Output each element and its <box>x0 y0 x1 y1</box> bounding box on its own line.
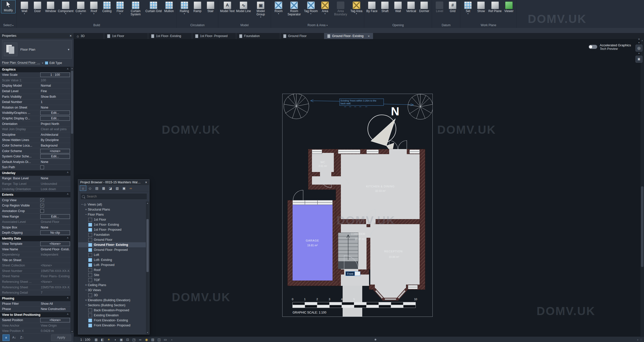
pb-item-foundation[interactable]: Foundation <box>78 232 149 237</box>
prop-edit-button[interactable]: <none> <box>40 149 70 153</box>
section-extents[interactable]: Extents^ <box>0 192 70 197</box>
pb-item-1st-floor[interactable]: 1st Floor <box>78 217 149 222</box>
pb-item-tof[interactable]: TOF <box>78 278 149 283</box>
expander-icon[interactable]: + <box>84 283 88 287</box>
tool-room-separator[interactable]: Room Separator <box>285 0 303 16</box>
tool-dormer[interactable]: Dormer <box>418 0 431 13</box>
scroll-up-icon[interactable]: ▴ <box>70 67 74 70</box>
checkbox[interactable] <box>40 209 44 213</box>
prop-value[interactable]: Ground Floor- Existi... <box>40 248 70 251</box>
floor-plan-view[interactable]: Existing Trees within 3.25m to the back … <box>282 94 433 317</box>
tab-ground-floor-existing[interactable]: Ground Floor- Existing× <box>324 33 373 39</box>
tab-foundation[interactable]: Foundation <box>236 33 280 39</box>
show-analytical-model-icon[interactable]: ◫ <box>157 338 162 341</box>
collapse-icon[interactable]: ^ <box>67 296 68 301</box>
rendering-dialog-icon[interactable]: ▣ <box>119 338 124 341</box>
section-identity-data[interactable]: Identity Data^ <box>0 236 70 241</box>
tool-roof[interactable]: Roof▾ <box>87 0 100 15</box>
groups-icon[interactable]: ▣ <box>121 186 127 191</box>
chevron-up-icon[interactable]: ▴ <box>635 41 643 44</box>
sort-ascending-icon[interactable]: A↓ <box>11 334 17 340</box>
prop-value[interactable]: Show All <box>40 302 70 305</box>
tool-grid[interactable]: #Grid <box>446 0 459 13</box>
tool-area[interactable]: Area▾ <box>318 0 332 15</box>
pb-item-structural-plans[interactable]: +Structural Plans <box>78 207 149 212</box>
tool-model-group[interactable]: ▣Model Group▾ <box>252 0 270 18</box>
prop-edit-button[interactable]: Edit... <box>40 154 70 159</box>
north-arrow[interactable]: N <box>368 105 399 153</box>
pb-item-ground-floor-proposed[interactable]: Ground Floor- Proposed <box>78 247 149 252</box>
pb-item-loft[interactable]: Loft <box>78 252 149 257</box>
resize-grip-icon[interactable]: ∷ <box>640 338 642 341</box>
collapse-icon[interactable]: ^ <box>67 236 68 241</box>
tab-ground-floor[interactable]: Ground Floor <box>280 33 324 39</box>
prop-value[interactable]: Fine <box>40 89 70 93</box>
close-icon[interactable]: × <box>635 37 643 41</box>
tool-wall[interactable]: Wall <box>391 0 405 13</box>
properties-filter-icon[interactable]: ≡ <box>3 334 10 341</box>
tool-model-line[interactable]: ∿Model Line <box>235 0 252 13</box>
prop-value[interactable]: 1 <box>40 100 70 104</box>
chevron-down-icon[interactable]: ∨ <box>42 62 44 64</box>
prop-edit-button[interactable]: Edit... <box>40 214 70 219</box>
tool-show[interactable]: Show <box>474 0 488 13</box>
close-icon[interactable]: × <box>145 180 147 184</box>
tool-set[interactable]: Set▾ <box>461 0 474 15</box>
tool-column[interactable]: Column▾ <box>74 0 87 15</box>
tool-tag-area[interactable]: Tag Area▾ <box>350 0 363 15</box>
tab-3d[interactable]: ⌂3D <box>74 33 104 39</box>
apply-button[interactable]: Apply <box>51 334 71 341</box>
section-phasing[interactable]: Phasing^ <box>0 296 70 301</box>
scroll-down-icon[interactable]: ▾ <box>70 330 74 333</box>
pb-item-ceiling-plans[interactable]: +Ceiling Plans <box>78 283 149 288</box>
front-elevation-tag[interactable]: Front <box>346 271 360 276</box>
tool-stair[interactable]: Stair <box>204 0 217 13</box>
tab-1st-floor-proposed[interactable]: 1st Floor- Proposed <box>192 33 236 39</box>
tool-tag-room[interactable]: Tag Room▾ <box>303 0 318 15</box>
section-view-to-sheet-positioning[interactable]: View to Sheet Positioning^ <box>0 312 70 318</box>
checkbox[interactable] <box>40 165 44 169</box>
tool-ref-plane[interactable]: Ref Plane <box>488 0 502 13</box>
tool-model-text[interactable]: AModel Text <box>219 0 235 13</box>
scrollbar-thumb[interactable] <box>146 219 149 272</box>
views-icon[interactable]: ⌂ <box>80 185 86 191</box>
prop-value[interactable]: Normal <box>40 84 70 87</box>
pb-item-loft-proposed[interactable]: Loft- Proposed <box>78 262 149 267</box>
accelerated-graphics-toggle[interactable] <box>589 45 597 49</box>
search-input[interactable] <box>86 194 138 198</box>
close-icon[interactable]: × <box>368 34 370 38</box>
collapse-icon[interactable]: ^ <box>67 67 68 72</box>
prop-value-box[interactable]: 1 : 100 <box>40 73 70 77</box>
prop-value[interactable]: By Discipline <box>40 138 70 142</box>
navigation-wheel-icon[interactable]: ◎ <box>635 45 642 52</box>
tool-railing[interactable]: Railing▾ <box>178 0 191 15</box>
temporary-hide-isolate-icon[interactable]: ◉ <box>144 338 149 341</box>
prop-value[interactable]: Background <box>40 144 70 147</box>
pb-item-roof[interactable]: Roof <box>78 267 149 272</box>
section-graphics[interactable]: Graphics^ <box>0 67 70 72</box>
project-browser-title-bar[interactable]: Project Browser - 0015-15 Mashiters Walk… <box>78 180 149 185</box>
reveal-constraints-icon[interactable]: ▭ <box>163 338 168 341</box>
pb-item-ground-floor-existing[interactable]: Ground Floor- Existing <box>78 242 149 247</box>
expander-icon[interactable]: − <box>80 203 84 206</box>
sort-descending-icon[interactable]: Z↓ <box>19 334 25 340</box>
scroll-left-icon[interactable]: ‹ <box>171 338 172 341</box>
prop-value[interactable]: None <box>40 177 70 180</box>
tool-shaft[interactable]: Shaft <box>378 0 391 13</box>
pb-item-sections-building-section[interactable]: −Sections (Building Section) <box>78 303 149 308</box>
tool-ceiling[interactable]: Ceiling <box>100 0 113 13</box>
expander-icon[interactable]: + <box>84 208 88 211</box>
tool-viewer[interactable]: Viewer <box>502 0 515 13</box>
scroll-up-icon[interactable]: ▴ <box>146 202 149 204</box>
pb-item-front-elevation-existing[interactable]: Front Elevation- Existing <box>78 318 149 323</box>
shadows-icon[interactable]: ◑ <box>113 338 117 341</box>
prop-edit-button[interactable]: Edit... <box>40 111 70 115</box>
chevron-down-icon[interactable]: ▾ <box>635 52 643 55</box>
sheets-icon[interactable]: ◪ <box>107 186 113 191</box>
detail-level-icon[interactable]: ▦ <box>94 338 99 341</box>
tool-by-face[interactable]: By Face <box>365 0 378 13</box>
tool-curtain-system[interactable]: Curtain System <box>127 0 145 16</box>
tool-room[interactable]: Room▾ <box>272 0 285 15</box>
prop-edit-button[interactable]: <None> <box>40 242 70 246</box>
tool-curtain-grid[interactable]: Curtain Grid <box>145 0 163 13</box>
